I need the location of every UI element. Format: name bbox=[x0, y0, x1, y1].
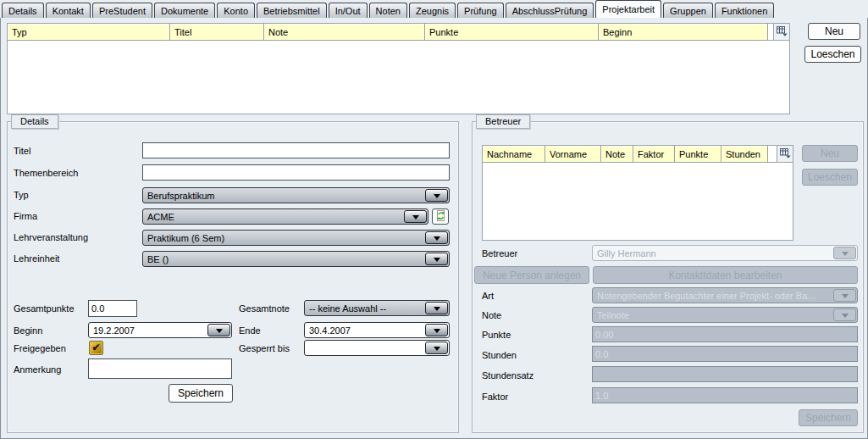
lehreinheit-select[interactable]: BE () bbox=[142, 251, 450, 267]
freigegeben-label: Freigegeben bbox=[14, 343, 66, 353]
firma-refresh-button[interactable] bbox=[432, 208, 449, 225]
column-header-punkte2[interactable]: Punkte bbox=[675, 146, 721, 162]
themenbereich-input[interactable] bbox=[142, 164, 450, 181]
tab-konto[interactable]: Konto bbox=[217, 3, 255, 18]
typ-value: Berufspraktikum bbox=[143, 191, 424, 201]
chevron-down-icon bbox=[404, 210, 427, 223]
themenbereich-label: Themenbereich bbox=[14, 168, 78, 178]
tab-noten[interactable]: Noten bbox=[369, 3, 407, 18]
column-header-nachname[interactable]: Nachname bbox=[483, 146, 545, 162]
betreuer-neu-button[interactable]: Neu bbox=[802, 145, 858, 162]
betreuer-select[interactable]: Gilly Hermann bbox=[592, 245, 858, 261]
faktor-input[interactable] bbox=[592, 387, 858, 403]
chevron-down-icon bbox=[425, 302, 448, 314]
art-value: Notengebender Begutachter einer Projekt-… bbox=[593, 291, 832, 301]
chevron-down-icon bbox=[833, 308, 856, 321]
freigegeben-checkbox[interactable] bbox=[89, 341, 103, 355]
betreuer-select-label: Betreuer bbox=[482, 248, 517, 258]
chevron-down-icon bbox=[425, 189, 448, 202]
typ-label: Typ bbox=[14, 190, 29, 200]
column-control-button[interactable] bbox=[777, 146, 793, 163]
column-header-vorname[interactable]: Vorname bbox=[545, 146, 601, 162]
lehrveranstaltung-value: Praktikum (6 Sem) bbox=[143, 233, 424, 243]
tab-inout[interactable]: In/Out bbox=[329, 3, 368, 18]
ende-date-select[interactable]: 30.4.2007 bbox=[304, 322, 450, 338]
faktor-label: Faktor bbox=[482, 392, 508, 402]
note-value: Teilnote bbox=[593, 310, 832, 320]
tab-pruefung[interactable]: Prüfung bbox=[457, 3, 504, 18]
gesperrt-bis-date-select[interactable] bbox=[304, 340, 450, 356]
anmerkung-label: Anmerkung bbox=[14, 364, 61, 375]
column-control-button[interactable] bbox=[773, 24, 789, 41]
details-group-title: Details bbox=[11, 114, 58, 129]
tab-zeugnis[interactable]: Zeugnis bbox=[409, 3, 456, 18]
tab-bar: Details Kontakt PreStudent Dokumente Kon… bbox=[0, 0, 868, 18]
beginn-value: 19.2.2007 bbox=[89, 325, 207, 336]
gesamtpunkte-label: Gesamtpunkte bbox=[14, 303, 75, 314]
column-header-note2[interactable]: Note bbox=[601, 146, 633, 162]
note-label: Note bbox=[482, 310, 501, 320]
note-select[interactable]: Teilnote bbox=[592, 307, 858, 323]
tab-details[interactable]: Details bbox=[2, 3, 44, 18]
betreuer-select-value: Gilly Hermann bbox=[593, 248, 832, 258]
tab-betriebsmittel[interactable]: Betriebsmittel bbox=[257, 3, 327, 18]
betreuer-group-title: Betreuer bbox=[476, 114, 530, 129]
column-header-titel[interactable]: Titel bbox=[170, 24, 264, 40]
chevron-down-icon bbox=[833, 289, 856, 302]
tab-gruppen[interactable]: Gruppen bbox=[663, 3, 713, 18]
loeschen-button[interactable]: Loeschen bbox=[804, 46, 861, 63]
punkte-label: Punkte bbox=[482, 330, 511, 340]
firma-value: ACME bbox=[143, 212, 403, 222]
betreuer-table-header: Nachname Vorname Note Faktor Punkte Stun… bbox=[483, 146, 793, 163]
tab-funktionen[interactable]: Funktionen bbox=[715, 3, 774, 18]
chevron-down-icon bbox=[425, 324, 448, 336]
neu-button[interactable]: Neu bbox=[808, 23, 860, 40]
titel-label: Titel bbox=[14, 146, 30, 156]
punkte-input[interactable] bbox=[592, 326, 858, 342]
kontaktdaten-bearbeiten-button[interactable]: Kontakttdaten bearbeiten bbox=[593, 266, 858, 284]
lehrveranstaltung-select[interactable]: Praktikum (6 Sem) bbox=[142, 230, 450, 246]
betreuer-table: Nachname Vorname Note Faktor Punkte Stun… bbox=[482, 145, 793, 241]
neue-person-anlegen-button[interactable]: Neue Person anlegen bbox=[474, 266, 589, 284]
lehreinheit-value: BE () bbox=[143, 254, 424, 264]
typ-select[interactable]: Berufspraktikum bbox=[142, 187, 450, 203]
ende-label: Ende bbox=[239, 325, 261, 336]
gesamtnote-select[interactable]: -- keine Auswahl -- bbox=[304, 300, 450, 316]
anmerkung-input[interactable] bbox=[88, 358, 232, 379]
column-header-typ[interactable]: Typ bbox=[8, 24, 170, 40]
chevron-down-icon bbox=[425, 342, 448, 354]
stundensatz-input[interactable] bbox=[592, 366, 858, 382]
column-header-stunden[interactable]: Stunden bbox=[721, 146, 768, 162]
art-select[interactable]: Notengebender Begutachter einer Projekt-… bbox=[592, 287, 858, 303]
project-table-header: Typ Titel Note Punkte Beginn bbox=[8, 24, 789, 41]
gesamtnote-label: Gesamtnote bbox=[239, 303, 290, 314]
column-header-beginn[interactable]: Beginn bbox=[599, 24, 768, 40]
details-group: Details Titel Themenbereich Typ Berufspr… bbox=[7, 121, 459, 433]
chevron-down-icon bbox=[425, 253, 448, 265]
tab-kontakt[interactable]: Kontakt bbox=[46, 3, 91, 18]
stunden-input[interactable] bbox=[592, 346, 858, 362]
beginn-date-select[interactable]: 19.2.2007 bbox=[88, 322, 232, 338]
tab-dokumente[interactable]: Dokumente bbox=[154, 3, 215, 18]
column-control-icon bbox=[780, 148, 791, 160]
column-header-faktor[interactable]: Faktor bbox=[633, 146, 675, 162]
project-table-body[interactable] bbox=[8, 41, 789, 113]
tab-abschlusspruefung[interactable]: AbschlussPrüfung bbox=[506, 3, 594, 18]
tab-prestudent[interactable]: PreStudent bbox=[92, 3, 152, 18]
tab-content-panel: Typ Titel Note Punkte Beginn Neu Loesche… bbox=[0, 17, 868, 439]
column-header-punkte[interactable]: Punkte bbox=[425, 24, 599, 40]
gesperrt-bis-label: Gesperrt bis bbox=[239, 343, 290, 353]
tab-projektarbeit[interactable]: Projektarbeit bbox=[595, 0, 661, 18]
betreuer-loeschen-button[interactable]: Loeschen bbox=[802, 169, 858, 186]
column-header-note[interactable]: Note bbox=[264, 24, 425, 40]
firma-select[interactable]: ACME bbox=[142, 208, 428, 225]
lehreinheit-label: Lehreinheit bbox=[14, 253, 59, 264]
betreuer-table-body[interactable] bbox=[483, 163, 793, 239]
details-speichern-button[interactable]: Speichern bbox=[169, 384, 233, 403]
betreuer-speichern-button[interactable]: Speichern bbox=[799, 409, 858, 426]
betreuer-group: Betreuer Nachname Vorname Note Faktor Pu… bbox=[472, 121, 864, 433]
gesamtpunkte-input[interactable] bbox=[88, 300, 137, 317]
gesamtnote-value: -- keine Auswahl -- bbox=[305, 303, 424, 314]
titel-input[interactable] bbox=[142, 142, 450, 158]
column-control-icon bbox=[777, 26, 788, 38]
